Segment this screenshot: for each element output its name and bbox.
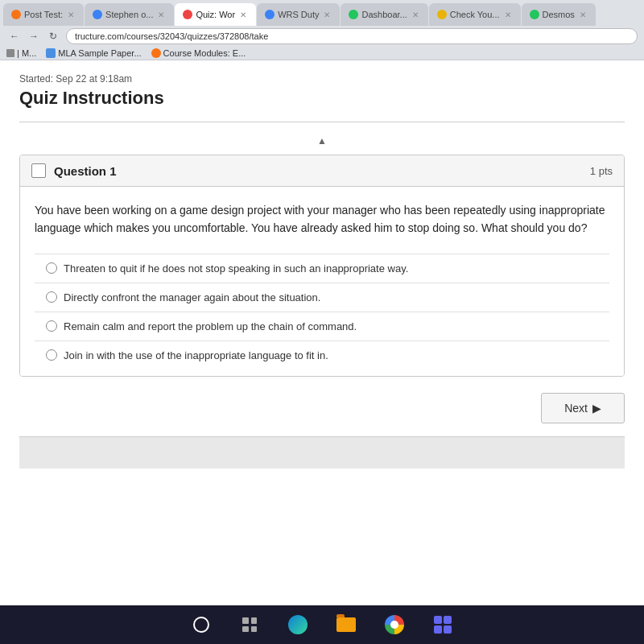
- answer-option-a[interactable]: Threaten to quit if he does not stop spe…: [35, 254, 609, 283]
- bookmark-mla-icon: [46, 48, 56, 58]
- next-btn-row: Next ▶: [19, 393, 625, 423]
- tab-label-desmos: Desmos: [543, 10, 575, 19]
- windows-icon: [193, 617, 209, 633]
- browser-chrome: Post Test: ✕ Stephen o... ✕ Quiz: Wor ✕ …: [0, 0, 644, 60]
- taskbar-folder[interactable]: [332, 610, 361, 639]
- bookmark-mla[interactable]: MLA Sample Paper...: [46, 48, 141, 58]
- grid-cell-3: [242, 626, 249, 633]
- answer-text-d: Join in with the use of the inappropriat…: [64, 349, 328, 361]
- tab-icon-quiz: [183, 10, 192, 19]
- question-points: 1 pts: [590, 165, 613, 177]
- answer-text-c: Remain calm and report the problem up th…: [64, 320, 357, 332]
- tab-stephen[interactable]: Stephen o... ✕: [85, 3, 174, 26]
- refresh-button[interactable]: ↻: [45, 28, 61, 44]
- tab-icon-dashboard: [349, 10, 358, 19]
- divider: [19, 122, 625, 122]
- tab-check[interactable]: Check You... ✕: [429, 3, 521, 26]
- grid-cell-2: [251, 617, 258, 624]
- tab-close-dashboard[interactable]: ✕: [411, 10, 420, 19]
- tab-icon-stephen: [93, 10, 102, 19]
- tab-label-stephen: Stephen o...: [105, 10, 153, 19]
- main-content: Started: Sep 22 at 9:18am Quiz Instructi…: [0, 60, 644, 605]
- tab-close-check[interactable]: ✕: [503, 10, 513, 19]
- tab-quiz[interactable]: Quiz: Wor ✕: [175, 3, 256, 26]
- radio-c[interactable]: [46, 320, 57, 332]
- taskbar-search[interactable]: [235, 610, 264, 639]
- question-body: You have been working on a game design p…: [20, 187, 624, 376]
- tab-label-dashboard: Dashboar...: [361, 10, 407, 19]
- answer-text-a: Threaten to quit if he does not stop spe…: [64, 262, 408, 275]
- grid-cell-4: [251, 626, 258, 633]
- tab-post-test[interactable]: Post Test: ✕: [3, 3, 84, 26]
- taskbar-edge[interactable]: [283, 610, 312, 639]
- bookmark-course-label: Course Modules: E...: [163, 48, 246, 58]
- taskbar: [0, 605, 644, 644]
- address-input[interactable]: tructure.com/courses/32043/quizzes/37280…: [66, 28, 638, 44]
- tab-icon-check: [437, 10, 447, 19]
- question-header: Question 1 1 pts: [20, 155, 624, 187]
- answer-option-c[interactable]: Remain calm and report the problem up th…: [35, 312, 609, 341]
- tab-icon-post-test: [11, 10, 21, 19]
- folder-icon: [336, 617, 356, 632]
- question-number: Question 1: [54, 164, 590, 178]
- nav-buttons: ← → ↻: [6, 28, 61, 44]
- tab-label-check: Check You...: [450, 10, 500, 19]
- bookmarks-bar: | M... MLA Sample Paper... Course Module…: [0, 47, 644, 60]
- question-text: You have been working on a game design p…: [35, 201, 609, 237]
- tab-close-post-test[interactable]: ✕: [66, 10, 76, 19]
- taskbar-chrome[interactable]: [380, 610, 409, 639]
- apps-cell-2: [444, 616, 452, 624]
- tab-wrs[interactable]: WRS Duty ✕: [257, 3, 340, 26]
- tab-icon-wrs: [265, 10, 275, 19]
- apps-cell-3: [434, 625, 442, 634]
- chrome-icon: [385, 615, 404, 634]
- next-arrow-icon: ▶: [592, 402, 601, 415]
- tab-label-quiz: Quiz: Wor: [196, 10, 235, 19]
- tab-bar: Post Test: ✕ Stephen o... ✕ Quiz: Wor ✕ …: [0, 0, 644, 26]
- question-card: Question 1 1 pts You have been working o…: [19, 155, 625, 377]
- tab-icon-desmos: [530, 10, 539, 19]
- started-label: Started: Sep 22 at 9:18am: [19, 73, 625, 85]
- apps-cell-1: [434, 616, 442, 624]
- edge-icon: [288, 615, 308, 634]
- bookmark-course-icon: [151, 48, 161, 58]
- bookmark-m[interactable]: | M...: [6, 48, 36, 58]
- tab-close-desmos[interactable]: ✕: [578, 10, 588, 19]
- tab-dashboard[interactable]: Dashboar... ✕: [341, 3, 427, 26]
- apps-cell-4: [444, 625, 452, 634]
- tab-close-wrs[interactable]: ✕: [322, 10, 332, 19]
- tab-desmos[interactable]: Desmos ✕: [522, 3, 596, 26]
- taskbar-windows-button[interactable]: [187, 610, 216, 639]
- bookmark-m-icon: [6, 49, 14, 57]
- search-grid-icon: [242, 617, 257, 632]
- next-label: Next: [564, 402, 588, 415]
- radio-b[interactable]: [46, 291, 57, 303]
- tab-close-quiz[interactable]: ✕: [238, 10, 248, 19]
- radio-d[interactable]: [46, 349, 57, 361]
- grid-cell-1: [242, 617, 249, 624]
- address-text: tructure.com/courses/32043/quizzes/37280…: [75, 31, 268, 41]
- taskbar-apps[interactable]: [428, 610, 457, 639]
- answer-option-b[interactable]: Directly confront the manager again abou…: [35, 283, 609, 312]
- address-bar-row: ← → ↻ tructure.com/courses/32043/quizzes…: [0, 26, 644, 47]
- collapse-arrow[interactable]: ▲: [19, 135, 625, 147]
- bookmark-m-label: | M...: [17, 48, 36, 58]
- radio-a[interactable]: [46, 262, 57, 274]
- forward-button[interactable]: →: [26, 28, 42, 44]
- question-checkbox[interactable]: [31, 163, 46, 178]
- bookmark-mla-label: MLA Sample Paper...: [58, 48, 141, 58]
- answer-options: Threaten to quit if he does not stop spe…: [35, 254, 609, 369]
- tab-label-wrs: WRS Duty: [278, 10, 319, 19]
- tab-close-stephen[interactable]: ✕: [156, 10, 166, 19]
- back-button[interactable]: ←: [6, 28, 23, 44]
- apps-icon: [434, 616, 452, 634]
- bookmark-course[interactable]: Course Modules: E...: [151, 48, 246, 58]
- next-button[interactable]: Next ▶: [541, 393, 625, 423]
- tab-label-post-test: Post Test:: [24, 10, 63, 19]
- answer-text-b: Directly confront the manager again abou…: [64, 291, 320, 303]
- bottom-stripe: [19, 436, 625, 469]
- answer-option-d[interactable]: Join in with the use of the inappropriat…: [35, 341, 609, 369]
- quiz-title: Quiz Instructions: [19, 88, 625, 109]
